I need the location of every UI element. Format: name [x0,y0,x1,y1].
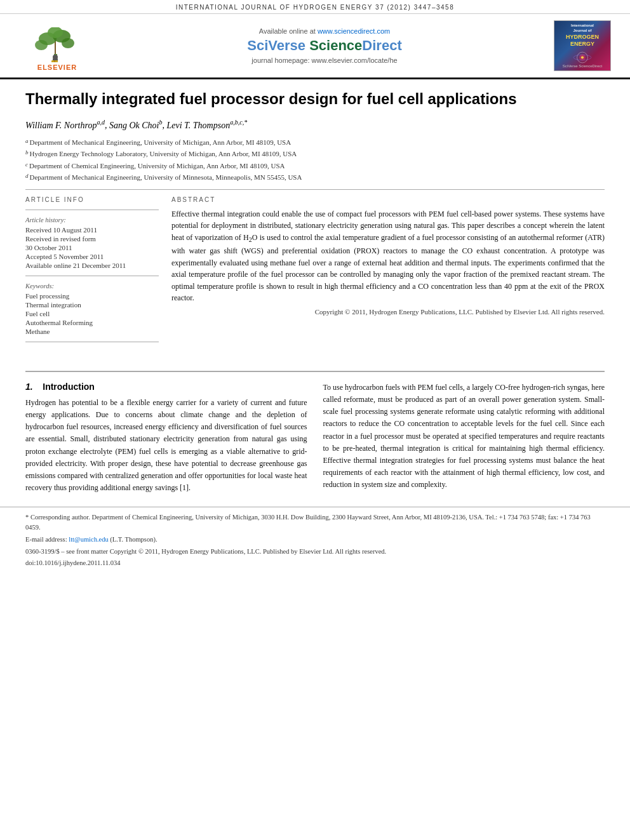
footnote-corresponding: * Corresponding author. Department of Ch… [25,512,605,533]
cover-graphic-icon [563,51,601,64]
keywords-label: Keywords: [25,283,159,290]
svg-point-13 [581,56,584,58]
header-divider [25,189,605,190]
accepted-date: Accepted 5 November 2011 [25,253,159,260]
journal-header: International Journal of Hydrogen Energy… [0,0,630,14]
sciverse-title: SciVerse ScienceDirect [95,37,554,54]
affil-c-text: Department of Chemical Engineering, Univ… [29,161,285,171]
affiliations: a Department of Mechanical Engineering, … [25,137,605,183]
footnote-doi: doi:10.1016/j.ijhydene.2011.11.034 [25,558,605,568]
email-link[interactable]: ltt@umich.edu [69,536,108,543]
footnote-issn: 0360-3199/$ – see front matter Copyright… [25,547,605,557]
article-info-label: Article Info [25,196,159,203]
history-label: Article history: [25,217,159,223]
received-date: Received 10 August 2011 [25,226,159,234]
section-num: 1. [25,382,33,392]
footnote-section: * Corresponding author. Department of Ch… [0,507,630,575]
authors-line: William F. Northropa,d, Sang Ok Choib, L… [25,117,605,132]
svg-point-5 [35,40,48,50]
affil-a: a Department of Mechanical Engineering, … [25,137,605,148]
abstract-panel: Abstract Effective thermal integration c… [171,196,605,349]
main-body: 1. Introduction Hydrogen has potential t… [0,349,630,507]
online-date: Available online 21 December 2011 [25,262,159,269]
revised-date: 30 October 2011 [25,244,159,251]
intro-two-column: 1. Introduction Hydrogen has potential t… [25,382,605,495]
abstract-text: Effective thermal integration could enab… [171,208,605,304]
article-info-panel: Article Info Article history: Received 1… [25,196,159,349]
revised-label: Received in revised form [25,235,159,243]
affil-d: d Department of Mechanical Engineering, … [25,172,605,183]
section-title: Introduction [43,382,95,392]
abstract-label: Abstract [171,196,605,203]
elsevier-logo: ELSEVIER [19,20,95,71]
journal-homepage: journal homepage: www.elsevier.com/locat… [95,57,554,64]
keyword-4: Autothermal Reforming [25,319,159,326]
available-online: Available online at www.sciencedirect.co… [95,27,554,35]
svg-point-6 [62,38,74,48]
intro-col-left: 1. Introduction Hydrogen has potential t… [25,382,307,495]
author1-sup: a,d [97,119,105,126]
article-info-divider [25,210,159,210]
keyword-3: Fuel cell [25,310,159,317]
sciencedirect-link[interactable]: www.sciencedirect.com [318,27,390,35]
intro-heading: 1. Introduction [25,382,307,392]
author2-name: Sang Ok Choi [109,121,159,130]
affil-a-text: Department of Mechanical Engineering, Un… [30,137,292,148]
intro-col1-text: Hydrogen has potential to be a flexible … [25,397,307,495]
keyword-5: Methane [25,328,159,335]
logo-banner: ELSEVIER Available online at www.science… [0,14,630,79]
intro-col-right: To use hydrocarbon fuels with PEM fuel c… [323,382,605,495]
paper-content: Thermally integrated fuel processor desi… [0,79,630,349]
elsevier-label: ELSEVIER [37,63,77,71]
affil-b-text: Hydrogen Energy Technology Laboratory, U… [30,149,297,159]
author2-sup: b [159,119,162,126]
affil-b: b Hydrogen Energy Technology Laboratory,… [25,149,605,159]
affil-d-text: Department of Mechanical Engineering, Un… [30,172,302,183]
elsevier-tree-icon [29,27,86,62]
affil-c: c Department of Chemical Engineering, Un… [25,161,605,171]
history-divider [25,276,159,276]
copyright-text: Copyright © 2011, Hydrogen Energy Public… [171,308,605,316]
footnote-email: E-mail address: ltt@umich.edu (L.T. Thom… [25,535,605,545]
article-info-abstract: Article Info Article history: Received 1… [25,196,605,349]
author3-name: Levi T. Thompson [166,121,230,130]
keyword-1: Fuel processing [25,292,159,300]
intro-col2-text: To use hydrocarbon fuels with PEM fuel c… [323,382,605,491]
keywords-divider [25,342,159,342]
paper-title: Thermally integrated fuel processor desi… [25,89,605,109]
body-top-divider [25,371,605,372]
author3-sup: a,b,c,* [230,119,247,126]
journal-cover-image: InternationalJournal ofHYDROGENENERGY Sc… [554,20,611,71]
keyword-2: Thermal integration [25,301,159,309]
journal-center: Available online at www.sciencedirect.co… [95,27,554,64]
author1-name: William F. Northrop [25,121,97,130]
